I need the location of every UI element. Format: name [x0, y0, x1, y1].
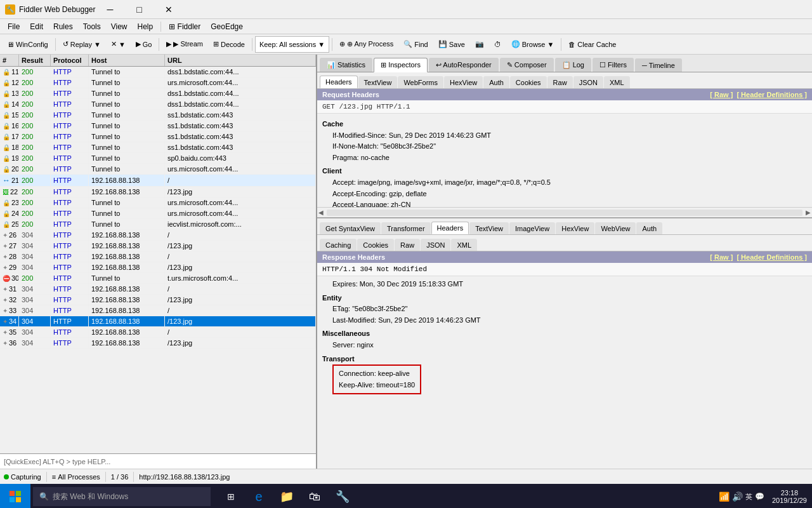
session-row-14[interactable]: 🔒14 200 HTTP Tunnel to dss1.bdstatic.com… — [0, 99, 316, 110]
session-row-21[interactable]: ↔21 200 HTTP 192.168.88.138 / — [0, 175, 316, 187]
minimize-button[interactable]: ─ — [96, 0, 125, 19]
session-row-12[interactable]: 🔒12 200 HTTP Tunnel to urs.microsoft.com… — [0, 77, 316, 88]
clear-cache-button[interactable]: 🗑 Clear Cache — [564, 36, 620, 53]
itab-textview[interactable]: TextView — [358, 76, 398, 88]
rtab-transformer[interactable]: Transformer — [381, 222, 431, 234]
itab-webforms[interactable]: WebForms — [398, 76, 443, 88]
menu-fiddler[interactable]: ⊞ Fiddler — [164, 21, 206, 32]
session-row-25[interactable]: 🔒25 200 HTTP Tunnel to iecvlist.microsof… — [0, 219, 316, 230]
session-row-24[interactable]: 🔒24 200 HTTP Tunnel to urs.microsoft.com… — [0, 208, 316, 219]
actions-button[interactable]: ✕ ▼ — [107, 36, 130, 53]
rtab-syntaxview[interactable]: Get SyntaxView — [320, 222, 381, 234]
stream-button[interactable]: ▶ ▶ Stream — [162, 36, 207, 53]
session-row-29[interactable]: ✦29 304 HTTP 192.168.88.138 /123.jpg — [0, 262, 316, 273]
rtab-hexview[interactable]: HexView — [556, 222, 594, 234]
request-raw-link[interactable]: [ Raw ] — [710, 91, 733, 98]
tab-filters[interactable]: ☐ Filters — [593, 58, 634, 72]
session-row-28[interactable]: ✦28 304 HTTP 192.168.88.138 / — [0, 251, 316, 262]
itab-cookies[interactable]: Cookies — [510, 76, 547, 88]
save-button[interactable]: 💾 Save — [434, 36, 469, 53]
session-row-34[interactable]: ✦34 304 HTTP 192.168.88.138 /123.jpg — [0, 316, 316, 327]
session-row-33[interactable]: ✦33 304 HTTP 192.168.88.138 / — [0, 305, 316, 316]
sessions-body[interactable]: 🔒11 200 HTTP Tunnel to dss1.bdstatic.com… — [0, 67, 316, 453]
itab-headers[interactable]: Headers — [320, 76, 358, 88]
taskbar-store[interactable]: 🛍 — [302, 484, 327, 508]
session-row-18[interactable]: 🔒18 200 HTTP Tunnel to ss1.bdstatic.com:… — [0, 142, 316, 153]
taskbar-search[interactable]: 🔍 搜索 Web 和 Windows — [33, 487, 211, 506]
session-row-17[interactable]: 🔒17 200 HTTP Tunnel to ss1.bdstatic.com:… — [0, 131, 316, 142]
response-headers-body[interactable]: Expires: Mon, 30 Dec 2019 15:18:33 GMT E… — [317, 276, 812, 469]
rtab2-xml[interactable]: XML — [451, 239, 477, 251]
session-row-11[interactable]: 🔒11 200 HTTP Tunnel to dss1.bdstatic.com… — [0, 67, 316, 77]
session-row-13[interactable]: 🔒13 200 HTTP Tunnel to dss1.bdstatic.com… — [0, 88, 316, 99]
rtab2-caching[interactable]: Caching — [320, 239, 357, 251]
request-definitions-link[interactable]: [ Header Definitions ] — [737, 91, 807, 98]
rtab-auth[interactable]: Auth — [636, 222, 662, 234]
hscroll-right[interactable]: ▶ — [804, 208, 812, 217]
itab-json[interactable]: JSON — [573, 76, 603, 88]
rtab2-cookies[interactable]: Cookies — [357, 239, 394, 251]
col-host[interactable]: Host — [89, 55, 165, 66]
menu-help[interactable]: Help — [133, 21, 159, 32]
snapshot-button[interactable]: 📷 — [471, 36, 488, 53]
tab-composer[interactable]: ✎ Composer — [500, 58, 554, 72]
session-row-27[interactable]: ✦27 304 HTTP 192.168.88.138 /123.jpg — [0, 241, 316, 251]
session-row-30[interactable]: ⛔30 200 HTTP Tunnel to t.urs.microsoft.c… — [0, 273, 316, 284]
menu-tools[interactable]: Tools — [78, 21, 106, 32]
taskbar-fiddler-app[interactable]: 🔧 — [330, 484, 355, 508]
session-row-31[interactable]: ✦31 304 HTTP 192.168.88.138 / — [0, 284, 316, 295]
maximize-button[interactable]: □ — [125, 0, 154, 19]
taskbar-taskview[interactable]: ⊞ — [218, 484, 244, 508]
menu-geoedge[interactable]: GeoEdge — [206, 21, 248, 32]
taskbar-edge[interactable]: e — [246, 484, 272, 508]
col-result[interactable]: Result — [19, 55, 51, 66]
winconfig-button[interactable]: 🖥 WinConfig — [3, 36, 53, 53]
taskbar-explorer[interactable]: 📁 — [274, 484, 299, 508]
rtab-webview[interactable]: WebView — [595, 222, 636, 234]
col-protocol[interactable]: Protocol — [51, 55, 89, 66]
request-hscroll[interactable]: ◀ ▶ — [317, 207, 812, 217]
session-row-15[interactable]: 🔒15 200 HTTP Tunnel to ss1.bdstatic.com:… — [0, 110, 316, 121]
hscroll-left[interactable]: ◀ — [317, 208, 325, 217]
any-process-button[interactable]: ⊕ ⊕ Any Process — [335, 36, 398, 53]
capturing-indicator[interactable]: Capturing — [4, 473, 41, 481]
go-button[interactable]: ▶ Go — [131, 36, 157, 53]
rtab-imageview[interactable]: ImageView — [509, 222, 555, 234]
session-row-20[interactable]: 🔒20 200 HTTP Tunnel to urs.microsoft.com… — [0, 164, 316, 175]
decode-button[interactable]: ⊞ Decode — [209, 36, 249, 53]
itab-xml[interactable]: XML — [604, 76, 630, 88]
menu-edit[interactable]: Edit — [25, 21, 48, 32]
menu-view[interactable]: View — [106, 21, 133, 32]
find-button[interactable]: 🔍 Find — [399, 36, 432, 53]
start-button[interactable] — [0, 484, 30, 508]
session-row-22[interactable]: 🖼22 200 HTTP 192.168.88.138 /123.jpg — [0, 187, 316, 197]
session-row-26[interactable]: ✦26 304 HTTP 192.168.88.138 / — [0, 230, 316, 241]
menu-file[interactable]: File — [3, 21, 25, 32]
hscroll-track[interactable] — [327, 210, 802, 216]
tab-inspectors[interactable]: ⊞ Inspectors — [374, 58, 428, 72]
response-raw-link[interactable]: [ Raw ] — [710, 253, 733, 261]
session-row-16[interactable]: 🔒16 200 HTTP Tunnel to ss1.bdstatic.com:… — [0, 121, 316, 131]
itab-raw[interactable]: Raw — [547, 76, 573, 88]
keep-sessions-dropdown[interactable]: Keep: All sessions ▼ — [255, 36, 329, 53]
session-row-35[interactable]: ✦35 304 HTTP 192.168.88.138 / — [0, 327, 316, 338]
rtab2-raw[interactable]: Raw — [395, 239, 420, 251]
tab-log[interactable]: 📋 Log — [555, 58, 591, 72]
rtab-textview[interactable]: TextView — [469, 222, 509, 234]
process-filter[interactable]: ≡ All Processes — [52, 473, 100, 481]
response-definitions-link[interactable]: [ Header Definitions ] — [737, 253, 807, 261]
replay-button[interactable]: ↺ Replay ▼ — [58, 36, 105, 53]
timer-button[interactable]: ⏱ — [490, 36, 506, 53]
rtab-headers[interactable]: Headers — [431, 222, 469, 234]
rtab2-json[interactable]: JSON — [421, 239, 450, 251]
session-row-32[interactable]: ✦32 304 HTTP 192.168.88.138 /123.jpg — [0, 295, 316, 305]
request-headers-content[interactable]: Cache If-Modified-Since: Sun, 29 Dec 201… — [317, 114, 812, 207]
col-num[interactable]: # — [0, 55, 19, 66]
col-url[interactable]: URL — [165, 55, 316, 66]
browse-button[interactable]: 🌐 Browse ▼ — [507, 36, 559, 53]
itab-hexview[interactable]: HexView — [444, 76, 483, 88]
session-row-23[interactable]: 🔒23 200 HTTP Tunnel to urs.microsoft.com… — [0, 197, 316, 208]
tab-timeline[interactable]: ─ Timeline — [635, 58, 682, 72]
session-row-19[interactable]: 🔒19 200 HTTP Tunnel to sp0.baidu.com:443 — [0, 153, 316, 164]
itab-auth[interactable]: Auth — [483, 76, 509, 88]
